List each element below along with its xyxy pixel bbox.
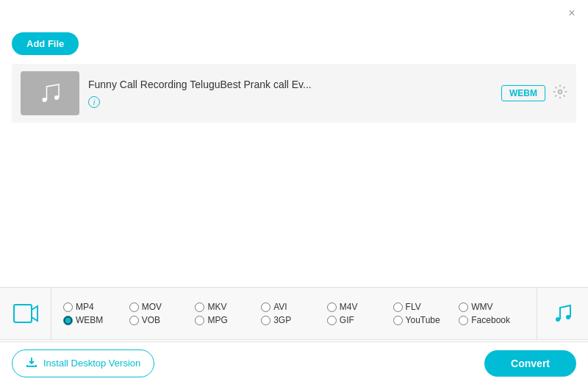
- format-radio-webm[interactable]: [63, 316, 73, 325]
- format-label-mkv: MKV: [207, 302, 226, 312]
- video-icon: [12, 300, 39, 327]
- format-label-facebook: Facebook: [471, 315, 510, 325]
- format-option-mp4[interactable]: MP4: [63, 302, 129, 312]
- svg-point-2: [559, 90, 562, 93]
- format-option-youtube[interactable]: YouTube: [393, 315, 459, 325]
- format-radio-vob[interactable]: [129, 316, 139, 325]
- format-label-gif: GIF: [340, 315, 354, 325]
- format-options: MP4 MOV MKV AVI M4V FLV WMV WEBM: [51, 296, 537, 331]
- format-label-webm: WEBM: [76, 315, 103, 325]
- format-option-gif[interactable]: GIF: [327, 315, 393, 325]
- format-radio-facebook[interactable]: [459, 316, 468, 325]
- format-label-mpg: MPG: [207, 315, 227, 325]
- format-radio-wmv[interactable]: [459, 303, 468, 312]
- svg-point-4: [556, 317, 560, 322]
- format-label-avi: AVI: [273, 302, 287, 312]
- footer: Install Desktop Version Convert: [0, 341, 588, 384]
- format-radio-flv[interactable]: [393, 303, 403, 312]
- settings-icon[interactable]: [553, 84, 567, 103]
- convert-button[interactable]: Convert: [484, 350, 576, 377]
- format-option-mkv[interactable]: MKV: [195, 302, 261, 312]
- file-name: Funny Call Recording TeluguBest Prank ca…: [88, 79, 492, 90]
- format-option-wmv[interactable]: WMV: [459, 302, 525, 312]
- download-icon: [26, 356, 37, 371]
- format-label-flv: FLV: [406, 302, 421, 312]
- format-radio-3gp[interactable]: [261, 316, 270, 325]
- format-label-wmv: WMV: [471, 302, 492, 312]
- format-radio-mkv[interactable]: [195, 303, 204, 312]
- format-label-mov: MOV: [142, 302, 162, 312]
- format-option-vob[interactable]: VOB: [129, 315, 196, 325]
- title-bar: ×: [0, 0, 588, 26]
- format-option-avi[interactable]: AVI: [261, 302, 327, 312]
- format-option-mov[interactable]: MOV: [129, 302, 196, 312]
- main-content: [0, 123, 588, 284]
- format-option-mpg[interactable]: MPG: [195, 315, 261, 325]
- file-actions: WEBM: [501, 84, 567, 103]
- toolbar: Add File: [0, 26, 588, 64]
- format-option-m4v[interactable]: M4V: [327, 302, 393, 312]
- format-label-youtube: YouTube: [406, 315, 440, 325]
- format-radio-gif[interactable]: [327, 316, 337, 325]
- format-radio-mpg[interactable]: [195, 316, 204, 325]
- svg-point-1: [54, 95, 59, 100]
- svg-point-5: [566, 315, 570, 319]
- format-label-m4v: M4V: [340, 302, 358, 312]
- install-button[interactable]: Install Desktop Version: [12, 349, 154, 377]
- format-label-3gp: 3GP: [273, 315, 291, 325]
- format-bar: MP4 MOV MKV AVI M4V FLV WMV WEBM: [0, 287, 588, 340]
- format-option-webm[interactable]: WEBM: [63, 315, 129, 325]
- file-list: Funny Call Recording TeluguBest Prank ca…: [12, 64, 576, 123]
- format-label-mp4: MP4: [76, 302, 94, 312]
- format-option-facebook[interactable]: Facebook: [459, 315, 525, 325]
- audio-icon: [553, 303, 573, 324]
- svg-rect-3: [14, 305, 32, 322]
- format-radio-mov[interactable]: [129, 303, 139, 312]
- file-thumbnail: [21, 71, 79, 115]
- format-badge[interactable]: WEBM: [501, 85, 545, 101]
- music-icon: [37, 80, 63, 106]
- format-option-flv[interactable]: FLV: [393, 302, 459, 312]
- svg-point-0: [43, 98, 47, 102]
- format-label-vob: VOB: [142, 315, 160, 325]
- video-format-panel[interactable]: [0, 288, 51, 339]
- format-radio-mp4[interactable]: [63, 303, 73, 312]
- add-file-button[interactable]: Add File: [12, 32, 79, 55]
- file-info: Funny Call Recording TeluguBest Prank ca…: [79, 79, 501, 109]
- install-label: Install Desktop Version: [43, 358, 140, 369]
- format-radio-m4v[interactable]: [327, 303, 337, 312]
- info-icon[interactable]: i: [88, 96, 100, 108]
- format-option-3gp[interactable]: 3GP: [261, 315, 327, 325]
- format-radio-youtube[interactable]: [393, 316, 403, 325]
- file-item: Funny Call Recording TeluguBest Prank ca…: [12, 64, 576, 123]
- format-radio-avi[interactable]: [261, 303, 270, 312]
- close-button[interactable]: ×: [564, 6, 579, 21]
- audio-format-panel[interactable]: [537, 288, 588, 339]
